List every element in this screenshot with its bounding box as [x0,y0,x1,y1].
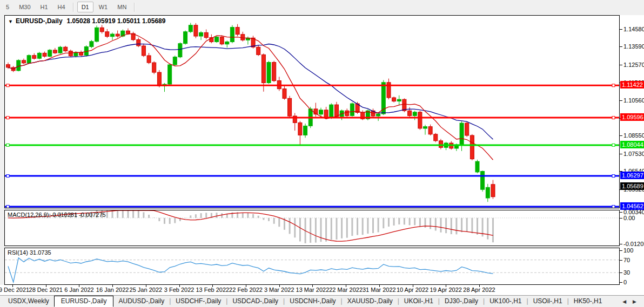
macd-panel[interactable]: MACD(12,26,9) -0.010281 -0.007275 [4,210,620,246]
macd-label: MACD(12,26,9) -0.010281 -0.007275 [8,212,106,218]
time-tick-label: 3 Feb 2022 [164,286,194,293]
tab-scroll-left-icon[interactable]: ◀ [619,299,629,304]
chart-tab-usdx-weekly[interactable]: USDX,Weekly [3,296,54,307]
timeframe-button-H4[interactable]: H4 [53,2,70,12]
time-tick-label: 16 Jan 2022 [96,286,129,293]
level-price-label: 1.04562 [620,202,644,210]
time-tick-label: 22 Mar 2022 [329,286,363,293]
timeframe-button-W1[interactable]: W1 [95,2,112,12]
price-tick-label: 1.10560 [623,97,644,104]
time-tick-label: 25 Jan 2022 [130,286,163,293]
tab-scroll-controls: ◀▶ [619,296,644,307]
price-tick-label: 1.13590 [623,43,644,50]
level-line-handle[interactable] [612,117,615,119]
tab-scroll-right-icon[interactable]: ▶ [629,299,640,304]
timeframe-button-D1[interactable]: D1 [77,2,93,12]
chart-tab-usoil-h1[interactable]: USOil-,H1 [528,296,567,307]
price-axis[interactable]: 1.145801.135901.125701.115601.105601.095… [620,15,644,296]
chart-title: ▼EURUSD-,Daily1.05028 1.05919 1.05011 1.… [8,17,165,25]
time-tick-label: 10 Apr 2022 [397,286,428,293]
level-price-label: 1.06297 [620,172,644,179]
level-line-handle[interactable] [6,84,9,87]
rsi-axis-label: 100 [623,247,633,254]
time-tick-label: 13 Feb 2022 [196,286,229,293]
main-chart-panel[interactable]: ▼EURUSD-,Daily1.05028 1.05919 1.05011 1.… [4,15,620,208]
level-price-label: 1.08044 [620,141,644,148]
level-line-handle[interactable] [612,206,615,208]
chart-title-dropdown-icon[interactable]: ▼ [8,19,13,24]
level-line-handle[interactable] [612,84,615,87]
chart-tab-hk50-h1[interactable]: HK50-,H1 [569,296,607,307]
chart-tab-eurusd-daily[interactable]: EURUSD-,Daily [54,296,114,307]
chart-tab-xauusd-daily[interactable]: XAUUSD-,Daily [343,296,398,307]
rsi-axis-label: 70 [623,257,630,263]
timeframe-button-MN[interactable]: MN [113,2,131,12]
chart-tab-usdcad-daily[interactable]: USDCAD-,Daily [227,296,283,307]
chart-ohlc-values: 1.05028 1.05919 1.05011 1.05689 [67,17,166,25]
level-line-handle[interactable] [6,206,9,208]
level-line-handle[interactable] [6,117,9,119]
time-tick-label: 31 Mar 2022 [363,286,396,293]
time-tick-label: 28 Apr 2022 [463,286,495,293]
level-price-label: 1.09596 [620,113,644,121]
level-price-label: 1.11422 [620,81,644,88]
candlesticks [6,23,495,202]
timeframe-button-H1[interactable]: H1 [36,2,52,12]
time-axis[interactable]: 19 Dec 202128 Dec 20216 Jan 202216 Jan 2… [0,285,644,296]
price-tick-label: 1.07530 [623,151,644,157]
rsi-panel[interactable]: RSI(14) 31.0735 [4,248,620,285]
chart-tab-bar: USDX,WeeklyEURUSD-,DailyAUDUSD-,Daily|US… [0,296,644,307]
rsi-line [8,258,493,282]
timeframe-button-5[interactable]: 5 [2,2,14,12]
time-tick-label: 28 Dec 2021 [29,286,63,293]
chart-tab-dj30-daily[interactable]: DJ30-,Daily [440,296,483,307]
chart-tab-ukoil-h1[interactable]: UKOil-,H1 [399,296,438,307]
level-line-handle[interactable] [6,175,9,178]
rsi-axis-label: 30 [623,269,630,276]
level-line-handle[interactable] [6,144,9,146]
main-chart-canvas[interactable] [5,16,619,208]
toolbar-separator [73,3,74,12]
price-tick-label: 1.14580 [623,26,644,32]
timeframe-button-M30[interactable]: M30 [15,2,35,12]
chart-tab-usdcnh-daily[interactable]: USDCNH-,Daily [285,296,340,307]
price-tick-label: 1.12570 [623,62,644,68]
ma-fast-line[interactable] [8,34,493,160]
macd-axis-label: -0.012058 [623,241,644,247]
time-tick-label: 19 Apr 2022 [430,286,462,293]
macd-axis-label: 0.00 [623,215,635,221]
time-tick-label: 22 Feb 2022 [229,286,263,293]
rsi-label: RSI(14) 31.0735 [8,249,51,256]
time-tick-label: 3 Mar 2022 [264,286,294,293]
rsi-canvas[interactable] [5,248,619,284]
level-line-handle[interactable] [612,144,615,146]
time-tick-label: 19 Dec 2021 [0,286,29,293]
toolbar-separator [134,3,135,12]
chart-tab-usdchf-daily[interactable]: USDCHF-,Daily [171,296,226,307]
timeframe-toolbar: 5M30H1H4D1W1MN [0,0,644,14]
level-line-handle[interactable] [612,175,615,178]
time-tick-label: 6 Jan 2022 [64,286,93,293]
chart-symbol-title: EURUSD-,Daily [16,17,63,25]
price-tick-label: 1.08550 [623,132,644,139]
current-price-label: 1.05689 [620,182,644,190]
time-tick-label: 13 Mar 2022 [296,286,330,293]
trading-terminal-window: 5M30H1H4D1W1MN ▼EURUSD-,Daily1.05028 1.0… [0,0,644,307]
chart-tab-uk100-h1[interactable]: UK100-,H1 [485,296,526,307]
chart-tab-audusd-daily[interactable]: AUDUSD-,Daily [113,296,169,307]
